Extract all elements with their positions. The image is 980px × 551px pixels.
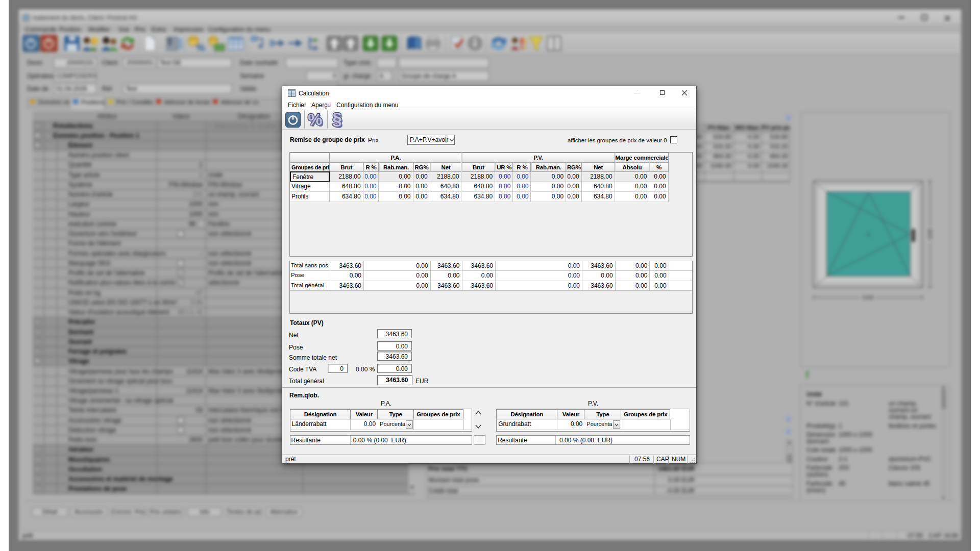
svg-text:1000: 1000 xyxy=(927,228,933,240)
svg-text:1: 1 xyxy=(867,232,870,237)
svg-text:1000: 1000 xyxy=(862,294,874,300)
svg-text:%: % xyxy=(196,42,205,52)
